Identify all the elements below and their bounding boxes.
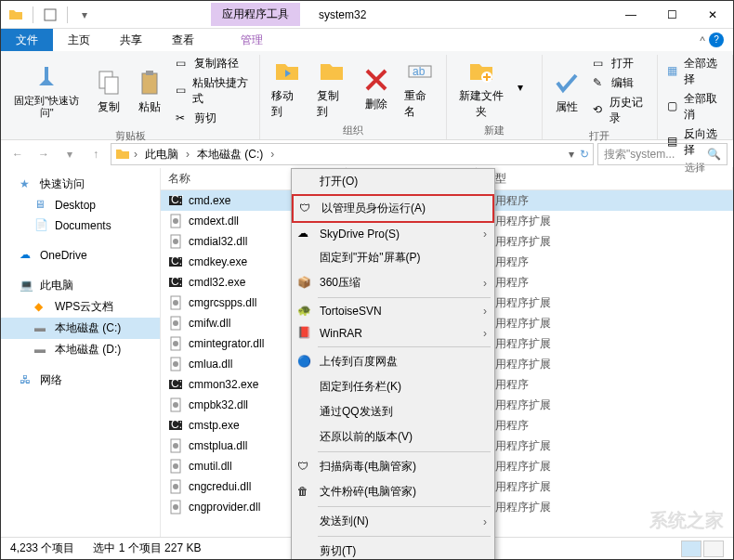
svg-point-19 bbox=[173, 300, 178, 306]
svn-icon: 🐢 bbox=[297, 304, 312, 319]
forward-button[interactable]: → bbox=[33, 143, 55, 165]
svg-text:C:\: C:\ bbox=[171, 275, 183, 288]
help-icon[interactable]: ? bbox=[709, 33, 724, 47]
context-label: WinRAR bbox=[320, 327, 362, 340]
copyto-label: 复制到 bbox=[317, 88, 347, 120]
context-item[interactable]: 固定到任务栏(K) bbox=[292, 374, 494, 399]
context-item[interactable]: 🔵上传到百度网盘 bbox=[292, 349, 494, 374]
back-button[interactable]: ← bbox=[7, 143, 29, 165]
selectnone-button[interactable]: ▢全部取消 bbox=[663, 90, 727, 124]
context-separator bbox=[318, 506, 491, 507]
file-type: 应用程序扩展 bbox=[477, 479, 733, 495]
file-name: cmlua.dll bbox=[189, 358, 232, 371]
sidebar-desktop-label: Desktop bbox=[55, 199, 96, 212]
selectall-icon: ▦ bbox=[667, 64, 680, 79]
icons-view-button[interactable] bbox=[703, 540, 724, 557]
tab-view[interactable]: 查看 bbox=[157, 29, 209, 51]
checkmark-icon bbox=[552, 68, 582, 98]
newfolder-button[interactable]: 新建文件夹 bbox=[452, 55, 510, 122]
file-type: 应用程序扩展 bbox=[477, 438, 733, 454]
sidebar-item-onedrive[interactable]: ☁OneDrive bbox=[1, 245, 160, 266]
context-label: 固定到任务栏(K) bbox=[320, 379, 401, 395]
dll-icon bbox=[168, 438, 183, 453]
properties-icon[interactable] bbox=[43, 7, 58, 22]
maximize-button[interactable]: ☐ bbox=[651, 2, 692, 28]
delete-button[interactable]: 删除 bbox=[357, 63, 395, 114]
search-input[interactable]: 搜索"system...🔍 bbox=[597, 143, 727, 165]
open-button[interactable]: ▭打开 bbox=[589, 55, 651, 72]
recent-button[interactable]: ▾ bbox=[59, 143, 81, 165]
details-view-button[interactable] bbox=[681, 540, 701, 557]
crumb-pc[interactable]: 此电脑 bbox=[141, 145, 182, 164]
context-item[interactable]: 🗑文件粉碎(电脑管家) bbox=[292, 479, 494, 504]
edit-button[interactable]: ✎编辑 bbox=[589, 74, 651, 92]
pasteshortcut-button[interactable]: ▭粘贴快捷方式 bbox=[172, 74, 254, 108]
svg-text:C:\: C:\ bbox=[171, 377, 183, 390]
paste-button[interactable]: 粘贴 bbox=[131, 66, 168, 117]
sidebar-item-diskd[interactable]: ▬本地磁盘 (D:) bbox=[1, 339, 160, 360]
svg-point-35 bbox=[173, 463, 178, 469]
sidebar-item-documents[interactable]: 📄Documents bbox=[1, 215, 160, 236]
close-button[interactable]: ✕ bbox=[692, 2, 733, 28]
tab-home[interactable]: 主页 bbox=[53, 29, 105, 51]
sidebar: ★快速访问 🖥Desktop 📄Documents ☁OneDrive 💻此电脑… bbox=[1, 168, 161, 540]
minimize-button[interactable]: — bbox=[610, 2, 651, 28]
chevron-right-icon[interactable]: › bbox=[132, 148, 139, 161]
selectall-button[interactable]: ▦全部选择 bbox=[663, 55, 727, 88]
tab-file[interactable]: 文件 bbox=[1, 29, 53, 51]
ribbon-group-organize: 移动到 复制到 删除 ab重命名 组织 bbox=[260, 55, 447, 139]
context-item[interactable]: 发送到(N)› bbox=[292, 509, 494, 534]
chevron-right-icon[interactable]: › bbox=[184, 148, 191, 161]
newitem-button[interactable]: ▾ bbox=[514, 80, 536, 97]
address-dropdown-icon[interactable]: ▾ bbox=[569, 148, 574, 161]
sidebar-item-quick[interactable]: ★快速访问 bbox=[1, 174, 160, 195]
up-button[interactable]: ↑ bbox=[85, 143, 107, 165]
sidebar-item-diskc[interactable]: ▬本地磁盘 (C:) bbox=[1, 318, 160, 339]
context-item[interactable]: 🛡扫描病毒(电脑管家) bbox=[292, 454, 494, 479]
context-item[interactable]: 剪切(T) bbox=[292, 539, 494, 560]
chevron-right-icon[interactable]: › bbox=[269, 148, 276, 161]
rename-label: 重命名 bbox=[404, 88, 435, 120]
copy-button[interactable]: 复制 bbox=[90, 66, 127, 117]
svg-point-25 bbox=[173, 361, 178, 367]
context-item[interactable]: 🐢TortoiseSVN› bbox=[292, 300, 494, 322]
sidebar-item-wps[interactable]: ◆WPS云文档 bbox=[1, 296, 160, 318]
col-type[interactable]: 类型 bbox=[477, 167, 733, 190]
cut-button[interactable]: ✂剪切 bbox=[172, 110, 254, 127]
svg-point-11 bbox=[173, 218, 178, 224]
pin-button[interactable]: 固定到"快速访问" bbox=[7, 61, 86, 121]
tab-manage[interactable]: 管理 bbox=[226, 29, 278, 52]
svg-point-13 bbox=[173, 239, 178, 244]
sidebar-item-network[interactable]: 🖧网络 bbox=[1, 370, 160, 391]
crumb-disk[interactable]: 本地磁盘 (C:) bbox=[193, 145, 267, 164]
context-item[interactable]: 打开(O) bbox=[292, 169, 494, 194]
context-label: TortoiseSVN bbox=[320, 305, 382, 318]
view-mode-buttons bbox=[681, 540, 724, 557]
separator bbox=[33, 7, 33, 23]
refresh-icon[interactable]: ↻ bbox=[580, 148, 589, 161]
collapse-ribbon-icon[interactable]: ^ bbox=[700, 34, 705, 47]
file-name: cmintegrator.dll bbox=[189, 337, 264, 350]
sidebar-diskd-label: 本地磁盘 (D:) bbox=[55, 342, 121, 358]
properties-button[interactable]: 属性 bbox=[548, 66, 585, 117]
tab-share[interactable]: 共享 bbox=[105, 29, 157, 51]
context-item[interactable]: ☁SkyDrive Pro(S)› bbox=[292, 223, 494, 245]
moveto-button[interactable]: 移动到 bbox=[266, 55, 308, 122]
context-item[interactable]: 📕WinRAR› bbox=[292, 322, 494, 345]
rename-button[interactable]: ab重命名 bbox=[399, 55, 440, 122]
copyto-button[interactable]: 复制到 bbox=[311, 55, 353, 122]
newfolder-label: 新建文件夹 bbox=[458, 88, 505, 120]
chevron-down-icon[interactable]: ▾ bbox=[77, 7, 92, 22]
copypath-button[interactable]: ▭复制路径 bbox=[172, 55, 254, 72]
sidebar-item-pc[interactable]: 💻此电脑 bbox=[1, 275, 160, 296]
new-group-label: 新建 bbox=[484, 122, 505, 139]
context-item[interactable]: 固定到"开始"屏幕(P) bbox=[292, 245, 494, 270]
context-item[interactable]: 还原以前的版本(V) bbox=[292, 424, 494, 449]
breadcrumb[interactable]: › 此电脑 › 本地磁盘 (C:) › ▾ ↻ bbox=[111, 143, 594, 165]
context-item[interactable]: 🛡以管理员身份运行(A) bbox=[292, 194, 494, 223]
context-item[interactable]: 通过QQ发送到 bbox=[292, 399, 494, 424]
history-button[interactable]: ⟲历史记录 bbox=[589, 94, 651, 127]
dll-icon bbox=[168, 479, 183, 494]
context-item[interactable]: 📦360压缩› bbox=[292, 270, 494, 295]
sidebar-item-desktop[interactable]: 🖥Desktop bbox=[1, 195, 160, 215]
